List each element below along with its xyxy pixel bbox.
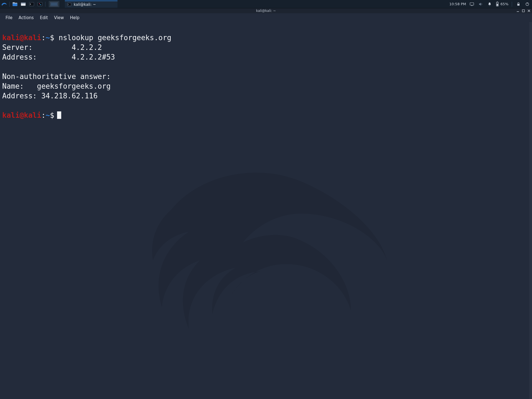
display-tray[interactable] bbox=[469, 1, 475, 7]
svg-rect-16 bbox=[497, 4, 498, 6]
menu-help[interactable]: Help bbox=[67, 14, 82, 21]
svg-rect-17 bbox=[517, 4, 520, 6]
output-line: Name: geeksforgeeks.org bbox=[2, 82, 111, 90]
panel-left-group: kali@kali: ~ bbox=[0, 0, 117, 8]
prompt-at: @ bbox=[20, 34, 24, 42]
scrollbar[interactable] bbox=[529, 22, 532, 399]
top-panel: kali@kali: ~ 10:58 PM bbox=[0, 0, 532, 8]
prompt-sep: : bbox=[41, 34, 46, 42]
output-line: Address: 34.218.62.116 bbox=[2, 92, 98, 100]
svg-rect-19 bbox=[527, 2, 527, 4]
bell-icon bbox=[487, 2, 492, 6]
panel-separator bbox=[512, 2, 512, 7]
window-titlebar[interactable]: kali@kali: ~ bbox=[0, 8, 532, 13]
svg-rect-6 bbox=[38, 2, 42, 6]
panel-right-group: 10:58 PM 65% bbox=[449, 0, 532, 8]
svg-rect-20 bbox=[517, 11, 519, 12]
kali-dragon-watermark bbox=[128, 128, 416, 350]
applications-menu-button[interactable] bbox=[0, 0, 8, 8]
menu-actions[interactable]: Actions bbox=[16, 14, 37, 21]
svg-rect-15 bbox=[497, 2, 498, 2]
battery-icon bbox=[495, 2, 499, 7]
output-line: Non-authoritative answer: bbox=[2, 72, 111, 81]
svg-point-7 bbox=[39, 3, 40, 4]
terminal-launcher[interactable] bbox=[27, 0, 36, 8]
terminal-window: kali@kali: ~ File Actions Edit View Help… bbox=[0, 8, 532, 399]
battery-text: 65% bbox=[500, 2, 508, 6]
volume-icon bbox=[478, 2, 483, 7]
svg-rect-2 bbox=[13, 3, 17, 6]
svg-rect-5 bbox=[29, 2, 34, 6]
prompt-user: kali bbox=[2, 111, 20, 119]
svg-rect-1 bbox=[13, 2, 15, 3]
workspace-switcher[interactable] bbox=[49, 1, 59, 7]
menu-file[interactable]: File bbox=[3, 14, 15, 21]
folder-icon bbox=[12, 1, 18, 7]
window-controls bbox=[515, 8, 531, 13]
notifications-tray[interactable] bbox=[487, 1, 493, 7]
prompt-path: ~ bbox=[46, 111, 50, 119]
taskbar-app-label: kali@kali: ~ bbox=[74, 2, 96, 7]
svg-point-8 bbox=[40, 4, 41, 5]
editor-launcher[interactable] bbox=[36, 0, 44, 8]
terminal-menubar: File Actions Edit View Help bbox=[0, 13, 532, 22]
workspace-thumb-icon bbox=[50, 2, 58, 6]
folder-icon bbox=[21, 1, 26, 7]
kali-logo-icon bbox=[1, 1, 7, 7]
output-line: Server: 4.2.2.2 bbox=[2, 43, 102, 52]
clock[interactable]: 10:58 PM bbox=[449, 2, 466, 6]
display-icon bbox=[469, 2, 474, 7]
terminal-output: kali@kali:~$ nslookup geeksforgeeks.org … bbox=[0, 22, 532, 121]
minimize-button[interactable] bbox=[515, 9, 520, 13]
panel-separator bbox=[9, 2, 10, 7]
svg-rect-4 bbox=[21, 2, 26, 3]
browser-launcher[interactable] bbox=[19, 0, 27, 8]
menu-edit[interactable]: Edit bbox=[37, 14, 51, 21]
taskbar-app-terminal[interactable]: kali@kali: ~ bbox=[65, 1, 117, 8]
terminal-icon bbox=[67, 2, 71, 7]
output-line: Address: 4.2.2.2#53 bbox=[2, 53, 115, 61]
close-button[interactable] bbox=[526, 9, 531, 13]
lock-icon bbox=[516, 2, 521, 6]
prompt-host: kali bbox=[24, 111, 41, 119]
close-icon bbox=[527, 9, 531, 12]
maximize-icon bbox=[522, 9, 525, 12]
lock-tray[interactable] bbox=[515, 1, 521, 7]
maximize-button[interactable] bbox=[521, 9, 526, 13]
svg-rect-11 bbox=[67, 3, 71, 6]
svg-rect-10 bbox=[51, 3, 57, 6]
prompt-dollar: $ bbox=[50, 111, 54, 119]
volume-tray[interactable] bbox=[478, 1, 484, 7]
terminal-icon bbox=[29, 1, 34, 7]
menu-view[interactable]: View bbox=[51, 14, 67, 21]
prompt-user: kali bbox=[2, 34, 20, 42]
power-tray[interactable] bbox=[524, 1, 530, 7]
prompt-path: ~ bbox=[46, 34, 50, 42]
battery-tray[interactable]: 65% bbox=[495, 1, 508, 7]
quick-launch-icons bbox=[11, 0, 44, 8]
prompt-at: @ bbox=[20, 111, 24, 119]
power-icon bbox=[525, 2, 530, 6]
svg-rect-12 bbox=[470, 2, 474, 5]
svg-rect-13 bbox=[471, 5, 473, 6]
command-text: nslookup geeksforgeeks.org bbox=[59, 34, 172, 42]
prompt-dollar: $ bbox=[50, 34, 54, 42]
workspace-1[interactable] bbox=[49, 1, 59, 7]
prompt-host: kali bbox=[24, 34, 41, 42]
file-manager-launcher[interactable] bbox=[11, 0, 19, 8]
minimize-icon bbox=[516, 9, 520, 12]
svg-rect-21 bbox=[522, 10, 525, 12]
terminal-body[interactable]: kali@kali:~$ nslookup geeksforgeeks.org … bbox=[0, 22, 532, 399]
terminal-cursor bbox=[57, 111, 61, 119]
prompt-sep: : bbox=[41, 111, 46, 119]
code-icon bbox=[37, 1, 43, 7]
panel-separator bbox=[45, 2, 45, 7]
window-title: kali@kali: ~ bbox=[256, 9, 276, 13]
